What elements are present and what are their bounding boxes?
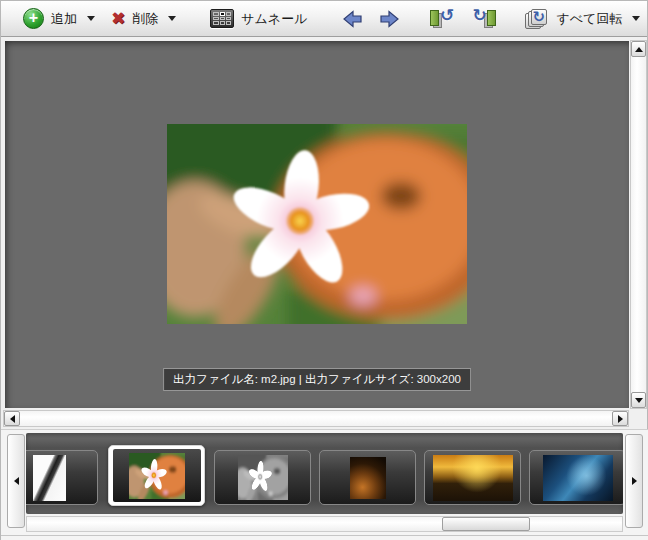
scroll-left-button[interactable] (4, 411, 20, 426)
next-image-button[interactable] (371, 4, 409, 34)
add-button[interactable]: + 追加 (15, 4, 103, 34)
previous-image-button[interactable] (333, 4, 371, 34)
preview-viewport: 出力ファイル名: m2.jpg | 出力ファイルサイズ: 300x200 (5, 41, 629, 408)
app-window: + 追加 ✖ 削除 サムネール (0, 0, 648, 540)
delete-button[interactable]: ✖ 削除 (103, 4, 184, 34)
bw-tower-photo (33, 455, 66, 501)
vertical-scrollbar[interactable] (630, 40, 647, 409)
thumbnail-flower-selected[interactable] (108, 445, 205, 506)
scroll-right-button[interactable] (612, 411, 628, 426)
rotate-right-icon: ↻ (471, 8, 497, 29)
triangle-up-icon (635, 47, 643, 52)
delete-dropdown-icon[interactable] (168, 16, 176, 21)
filmstrip-scroll-right-button[interactable] (625, 434, 643, 528)
output-status-tooltip: 出力ファイル名: m2.jpg | 出力ファイルサイズ: 300x200 (163, 368, 471, 391)
delete-button-label: 削除 (132, 10, 158, 28)
filmstrip-scrollbar-thumb[interactable] (442, 517, 530, 531)
filmstrip-scrollbar[interactable] (26, 516, 623, 532)
sunset-wreck-photo (433, 455, 513, 501)
delete-x-icon: ✖ (111, 10, 125, 27)
rotate-all-button[interactable]: ↻ すべて回転 (517, 4, 648, 34)
triangle-left-icon (10, 415, 15, 423)
status-separator: | (299, 373, 302, 385)
flower-color-photo (129, 453, 185, 499)
add-plus-icon: + (23, 8, 44, 29)
main-preview-image (167, 124, 467, 324)
rotate-all-icon: ↻ (525, 8, 549, 30)
filmstrip-well (26, 433, 623, 514)
scroll-down-button[interactable] (631, 392, 646, 408)
rotate-all-button-label: すべて回転 (556, 10, 622, 28)
triangle-right-icon (632, 477, 637, 485)
triangle-right-icon (618, 415, 623, 423)
flower-grayscale-photo (238, 455, 288, 500)
filmstrip-panel (1, 429, 648, 540)
output-filesize-value: 300x200 (417, 373, 461, 385)
thumbnail-sunset-wreck[interactable] (424, 450, 521, 505)
thumbnail-blue-water[interactable] (529, 450, 623, 505)
add-button-label: 追加 (51, 10, 77, 28)
triangle-left-icon (14, 477, 19, 485)
thumbnails-button-label: サムネール (241, 10, 307, 28)
output-filename-value: m2.jpg (261, 373, 296, 385)
output-filesize-label: 出力ファイルサイズ: (305, 373, 414, 385)
rotate-all-dropdown-icon[interactable] (632, 16, 640, 21)
arrow-right-icon (379, 9, 401, 29)
rotate-left-button[interactable]: ↺ (421, 4, 463, 34)
thumbnail-grid-icon (210, 9, 234, 28)
bottom-divider (1, 535, 648, 536)
blue-water-photo (543, 455, 613, 501)
triangle-down-icon (635, 398, 643, 403)
thumbnails-button[interactable]: サムネール (202, 4, 315, 34)
scroll-up-button[interactable] (631, 41, 646, 57)
arrow-left-icon (341, 9, 363, 29)
dark-interior-photo (350, 457, 386, 499)
thumbnail-flower-grayscale[interactable] (214, 450, 311, 505)
horizontal-scrollbar[interactable] (3, 410, 629, 427)
thumbnail-bw-tower[interactable] (26, 450, 98, 505)
add-dropdown-icon[interactable] (87, 16, 95, 21)
rotate-left-icon: ↺ (429, 8, 455, 29)
rotate-right-button[interactable]: ↻ (463, 4, 505, 34)
output-filename-label: 出力ファイル名: (173, 373, 258, 385)
toolbar: + 追加 ✖ 削除 サムネール (1, 1, 647, 37)
filmstrip-scroll-left-button[interactable] (7, 434, 25, 528)
thumbnail-dark-interior[interactable] (319, 450, 416, 505)
